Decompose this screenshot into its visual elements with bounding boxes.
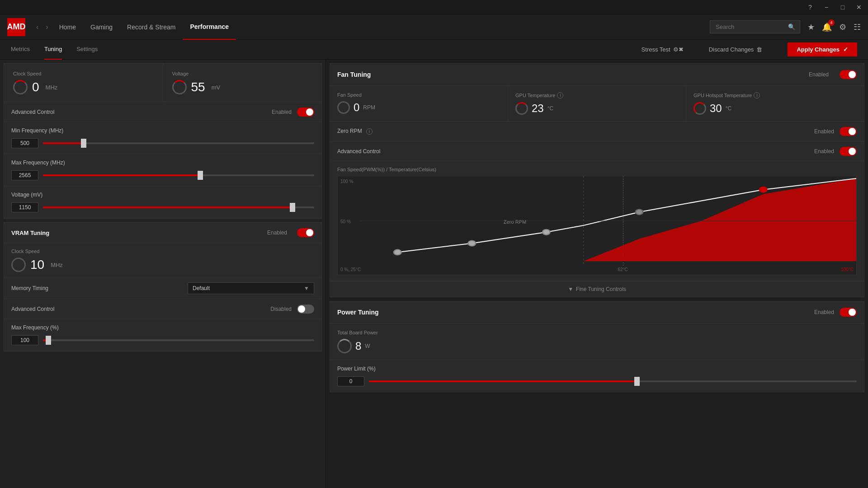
memory-timing-dropdown[interactable]: Default ▼: [188, 282, 314, 294]
voltage-gauge: [172, 80, 187, 94]
nav-bar: AMD ‹ › Home Gaming Record & Stream Perf…: [0, 14, 868, 40]
voltage-value: 55: [191, 80, 205, 94]
stress-test-button[interactable]: Stress Test ⚙✖: [642, 46, 684, 53]
max-frequency-thumb[interactable]: [198, 171, 203, 180]
search-box[interactable]: 🔍: [710, 20, 800, 33]
chart-fill-area: [584, 178, 856, 261]
memory-timing-label: Memory Timing: [11, 285, 188, 291]
fan-advanced-toggle[interactable]: [840, 147, 857, 156]
power-header: Power Tuning Enabled: [330, 301, 864, 324]
fan-advanced-label: Advanced Control: [337, 148, 814, 155]
voltage-unit: mV: [212, 84, 221, 91]
favorite-icon[interactable]: ★: [807, 22, 815, 32]
zero-rpm-value: Enabled: [814, 128, 834, 135]
close-button[interactable]: ✕: [854, 2, 864, 13]
minimize-button[interactable]: −: [821, 2, 832, 13]
fan-speed-label: Fan Speed: [337, 92, 362, 98]
gpu-temp-gauge: [515, 102, 528, 115]
layout-icon[interactable]: ☷: [854, 22, 861, 32]
main-content: Clock Speed 0 MHz Voltage 55 mV: [0, 60, 868, 488]
zero-rpm-info-icon[interactable]: i: [366, 128, 373, 135]
chart-x-62: 62°C: [618, 267, 627, 272]
chart-point-2[interactable]: [468, 241, 476, 246]
vram-max-freq-input[interactable]: [11, 335, 38, 345]
gpu-temp-info-icon[interactable]: i: [557, 92, 563, 99]
nav-gaming[interactable]: Gaming: [83, 14, 120, 40]
clock-voltage-display: Clock Speed 0 MHz Voltage 55 mV: [4, 64, 321, 102]
nav-performance[interactable]: Performance: [183, 14, 236, 40]
max-frequency-track[interactable]: [43, 174, 314, 176]
tab-tuning[interactable]: Tuning: [44, 40, 62, 60]
maximize-button[interactable]: □: [837, 2, 848, 13]
vram-enabled-label: Enabled: [267, 230, 287, 236]
power-tuning-card: Power Tuning Enabled Total Board Power 8…: [330, 301, 864, 392]
back-button[interactable]: ‹: [33, 23, 42, 31]
gpu-temp-label: GPU Temperature: [515, 93, 555, 98]
vram-max-freq-section: Max Frequency (%): [4, 319, 321, 351]
discard-changes-button[interactable]: Discard Changes 🗑: [709, 46, 763, 53]
chart-point-1[interactable]: [394, 249, 401, 255]
fan-speed-stat: Fan Speed 0 RPM: [330, 86, 508, 121]
voltage-label: Voltage: [172, 71, 313, 76]
gpu-temp-stat: GPU Temperature i 23 °C: [508, 86, 686, 121]
fan-chart-section: Fan Speed(PWM(%)) / Temperature(Celsius)…: [330, 161, 864, 281]
amd-logo: AMD: [7, 18, 25, 36]
discard-label: Discard Changes: [709, 46, 754, 53]
power-limit-label: Power Limit (%): [337, 366, 857, 372]
notification-icon[interactable]: 🔔 4: [822, 22, 832, 32]
min-frequency-thumb[interactable]: [81, 139, 86, 148]
fan-chart[interactable]: 100 % 50 % 0 %, 25°C 62°C 100°C Zero RPM: [337, 176, 857, 275]
sub-nav: Metrics Tuning Settings Stress Test ⚙✖ D…: [0, 40, 868, 60]
search-input[interactable]: [716, 23, 788, 30]
nav-home[interactable]: Home: [52, 14, 83, 40]
min-frequency-fill: [43, 142, 84, 144]
discard-icon: 🗑: [756, 46, 762, 53]
power-toggle[interactable]: [840, 308, 857, 317]
chart-point-4[interactable]: [636, 209, 643, 215]
dropdown-arrow-icon: ▼: [304, 285, 309, 291]
vram-toggle[interactable]: [297, 228, 314, 237]
power-limit-track[interactable]: [369, 380, 857, 382]
min-frequency-track[interactable]: [43, 142, 314, 144]
apply-check-icon: ✓: [843, 46, 848, 53]
max-frequency-label: Max Frequency (MHz): [11, 160, 314, 166]
vram-max-freq-thumb[interactable]: [46, 336, 51, 345]
left-panel: Clock Speed 0 MHz Voltage 55 mV: [0, 60, 326, 488]
max-frequency-input[interactable]: [11, 170, 38, 180]
vram-advanced-value: Disabled: [270, 306, 292, 312]
power-limit-input[interactable]: [337, 376, 364, 386]
power-gauge: [337, 339, 352, 353]
voltage-slider-thumb[interactable]: [290, 203, 295, 212]
forward-button[interactable]: ›: [42, 23, 52, 31]
voltage-slider-input[interactable]: [11, 202, 38, 212]
gpu-hotspot-info-icon[interactable]: i: [754, 92, 760, 99]
chart-point-5[interactable]: [760, 187, 767, 192]
advanced-control-toggle[interactable]: [297, 108, 314, 117]
fan-chart-svg: [360, 176, 856, 266]
total-board-power-label: Total Board Power: [337, 330, 857, 335]
nav-record-stream[interactable]: Record & Stream: [120, 14, 183, 40]
chart-y-0: 0 %, 25°C: [340, 267, 361, 272]
apply-changes-button[interactable]: Apply Changes ✓: [788, 42, 857, 56]
min-frequency-input[interactable]: [11, 138, 38, 148]
help-icon[interactable]: ?: [805, 2, 816, 13]
vram-max-freq-track[interactable]: [43, 339, 314, 341]
vram-advanced-control-row: Advanced Control Disabled: [4, 299, 321, 319]
vram-advanced-label: Advanced Control: [11, 306, 270, 312]
fan-toggle[interactable]: [840, 70, 857, 79]
settings-icon[interactable]: ⚙: [839, 22, 846, 32]
chart-point-3[interactable]: [542, 230, 550, 235]
gpu-hotspot-label: GPU Hotspot Temperature: [693, 93, 752, 98]
title-bar: ? − □ ✕: [0, 0, 868, 14]
vram-advanced-toggle[interactable]: [297, 305, 314, 314]
zero-rpm-toggle[interactable]: [840, 127, 857, 136]
fine-tuning-row[interactable]: ▼ Fine Tuning Controls: [330, 281, 864, 297]
advanced-control-row: Advanced Control Enabled: [4, 102, 321, 122]
tab-metrics[interactable]: Metrics: [11, 40, 30, 60]
power-limit-fill: [369, 380, 637, 382]
voltage-slider-track[interactable]: [43, 206, 314, 208]
power-limit-thumb[interactable]: [634, 377, 640, 386]
tab-settings[interactable]: Settings: [76, 40, 98, 60]
fine-tuning-label: Fine Tuning Controls: [576, 286, 626, 292]
gpu-hotspot-gauge: [693, 102, 706, 115]
